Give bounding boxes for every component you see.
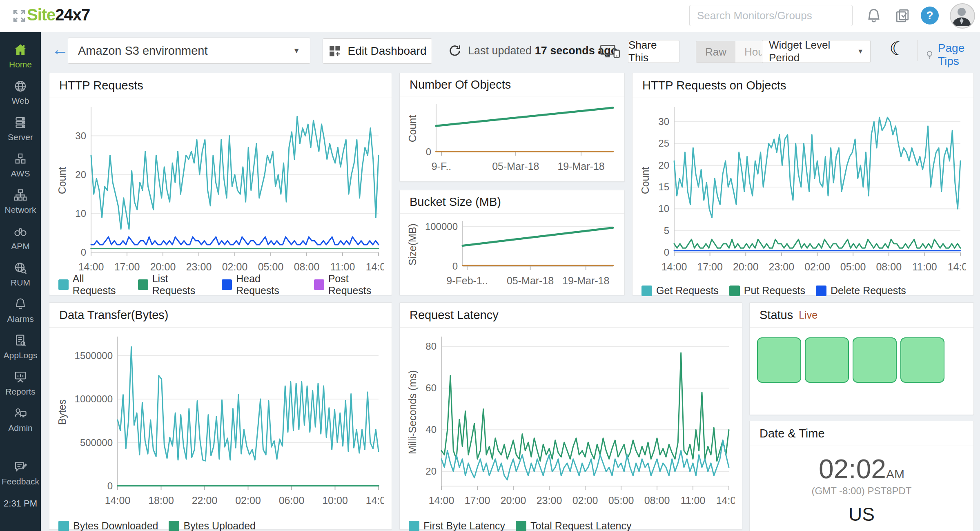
http-requests-chart[interactable]: 0102030Count14:0017:0020:0023:0002:0005:… [56, 102, 384, 278]
legend-item[interactable]: Head Requests [222, 273, 303, 297]
svg-text:0: 0 [81, 247, 86, 258]
search-input[interactable] [689, 5, 853, 26]
sidebar-item-web[interactable]: Web [0, 74, 41, 110]
sidebar-item-admin[interactable]: Admin [0, 401, 41, 437]
edit-dashboard-button[interactable]: Edit Dashboard [323, 38, 432, 64]
svg-text:05:00: 05:00 [258, 261, 284, 272]
status-box[interactable] [757, 337, 801, 383]
legend-item[interactable]: Total Request Latency [516, 520, 631, 531]
bucket-size-chart[interactable]: 0100000Size(MB)9-Feb-1..05-Mar-1819-Mar-… [406, 216, 619, 292]
svg-text:02:00: 02:00 [572, 495, 598, 506]
expand-icon[interactable] [11, 8, 27, 24]
page-tips-link[interactable]: Page Tips [924, 42, 980, 68]
sidebar-item-home[interactable]: Home [0, 38, 41, 74]
share-this-button[interactable]: Share This [628, 40, 679, 63]
number-of-objects-card: Number Of Objects 0Count9-F..05-Mar-1819… [399, 73, 625, 182]
help-icon[interactable]: ? [921, 7, 939, 25]
svg-text:Count: Count [56, 167, 68, 194]
data-transfer-chart[interactable]: 050000010000001500000Bytes14:0018:0022:0… [56, 332, 384, 511]
last-updated-text: Last updated 17 seconds ago [468, 45, 617, 57]
status-box[interactable] [853, 337, 897, 383]
svg-text:08:00: 08:00 [294, 261, 320, 272]
card-title: Date & Time [760, 427, 825, 440]
sidebar-item-reports[interactable]: Reports [0, 365, 41, 401]
svg-text:05-Mar-18: 05-Mar-18 [507, 275, 554, 286]
dashboard-selector[interactable]: Amazon S3 environment ▼ [68, 38, 310, 64]
svg-text:20: 20 [658, 160, 669, 171]
svg-text:19-Mar-18: 19-Mar-18 [562, 275, 609, 286]
dark-mode-moon-icon[interactable]: ☾ [889, 38, 906, 60]
user-avatar[interactable] [950, 3, 975, 29]
refresh-icon[interactable] [448, 43, 462, 58]
svg-text:15: 15 [658, 181, 669, 192]
sidebar-item-rum[interactable]: RUM [0, 256, 41, 292]
status-box[interactable] [805, 337, 849, 383]
sidebar-item-aws[interactable]: AWS [0, 147, 41, 183]
applogs-icon [13, 333, 28, 348]
svg-text:20:00: 20:00 [733, 261, 759, 272]
data-transfer-legend: Bytes Downloaded Bytes Uploaded [58, 520, 256, 531]
svg-text:1000000: 1000000 [75, 393, 113, 404]
legend-item[interactable]: Bytes Downloaded [58, 520, 158, 531]
svg-text:30: 30 [75, 130, 86, 141]
status-grid [756, 332, 967, 383]
svg-text:0: 0 [426, 146, 431, 157]
card-title: Bucket Size (MB) [410, 195, 501, 209]
alarm-bell-icon [13, 297, 28, 312]
granularity-raw[interactable]: Raw [696, 41, 735, 62]
network-icon [13, 188, 28, 203]
bulb-icon [924, 48, 935, 62]
http-requests-on-objects-legend: Get Requests Put Requests Delete Request… [641, 285, 906, 297]
chevron-down-icon: ▼ [857, 48, 864, 55]
svg-text:02:00: 02:00 [235, 495, 261, 506]
svg-text:17:00: 17:00 [114, 261, 140, 272]
sidebar-item-alarms[interactable]: Alarms [0, 292, 41, 328]
avatar-person-icon [951, 4, 973, 26]
back-arrow-icon[interactable]: ← [51, 39, 69, 60]
current-time: 02:02AM [750, 453, 973, 484]
svg-text:05:00: 05:00 [608, 495, 634, 506]
notifications-bell-icon[interactable] [865, 7, 883, 25]
legend-item[interactable]: List Requests [138, 273, 212, 297]
globe-icon [13, 79, 28, 94]
svg-text:11:00: 11:00 [912, 261, 937, 272]
svg-text:80: 80 [425, 341, 437, 352]
widget-level-period-dropdown[interactable]: Widget Level Period ▼ [762, 40, 871, 63]
legend-item[interactable]: Put Requests [729, 285, 805, 297]
legend-item[interactable]: Delete Requests [816, 285, 906, 297]
server-icon [13, 115, 28, 130]
legend-item[interactable]: First Byte Latency [409, 520, 505, 531]
svg-text:02:00: 02:00 [222, 261, 248, 272]
svg-text:14:00: 14:00 [948, 261, 966, 272]
sidebar-item-apm[interactable]: APM [0, 219, 41, 256]
binoculars-icon [13, 224, 28, 239]
svg-text:5: 5 [664, 225, 669, 236]
status-box[interactable] [900, 337, 944, 383]
svg-text:19-Mar-18: 19-Mar-18 [557, 161, 604, 172]
legend-item[interactable]: Bytes Uploaded [169, 520, 256, 531]
legend-item[interactable]: All Requests [58, 273, 127, 297]
svg-text:10: 10 [658, 203, 669, 214]
tasks-icon[interactable] [893, 7, 911, 25]
site24x7-logo[interactable]: Site24x7 [27, 6, 90, 24]
admin-icon [13, 406, 28, 421]
svg-text:14:00: 14:00 [105, 495, 131, 506]
legend-item[interactable]: Get Requests [641, 285, 719, 297]
legend-item[interactable]: Post Requests [314, 273, 392, 297]
request-latency-legend: First Byte Latency Total Request Latency [409, 520, 631, 531]
sidebar-item-feedback[interactable]: Feedback [0, 455, 41, 491]
svg-text:0: 0 [107, 480, 113, 491]
number-of-objects-chart[interactable]: 0Count9-F..05-Mar-1819-Mar-18 [406, 99, 619, 177]
request-latency-chart[interactable]: 20406080Milli-Seconds (ms)14:0017:0020:0… [406, 332, 735, 511]
http-requests-on-objects-chart[interactable]: 051015202530Count14:0017:0020:0023:0002:… [639, 102, 966, 278]
sidebar-item-applogs[interactable]: AppLogs [0, 328, 41, 365]
svg-text:11:00: 11:00 [681, 495, 706, 506]
sidebar-item-server[interactable]: Server [0, 110, 41, 147]
svg-text:Count: Count [407, 115, 418, 143]
http-requests-legend: All Requests List Requests Head Requests… [58, 273, 392, 297]
sidebar-item-network[interactable]: Network [0, 183, 41, 219]
devices-icon[interactable] [599, 43, 621, 60]
svg-text:Size(MB): Size(MB) [407, 223, 418, 266]
dashboard-toolbar: ← Amazon S3 environment ▼ Edit Dashboard… [41, 32, 980, 70]
svg-text:08:00: 08:00 [876, 261, 902, 272]
